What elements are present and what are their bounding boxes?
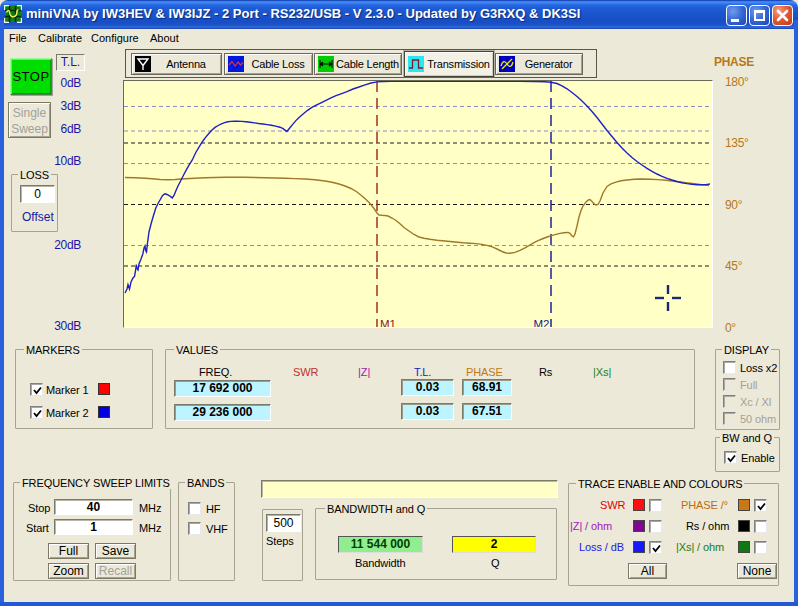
svg-text:M1: M1 bbox=[380, 318, 396, 328]
svg-text:M2: M2 bbox=[534, 318, 550, 328]
